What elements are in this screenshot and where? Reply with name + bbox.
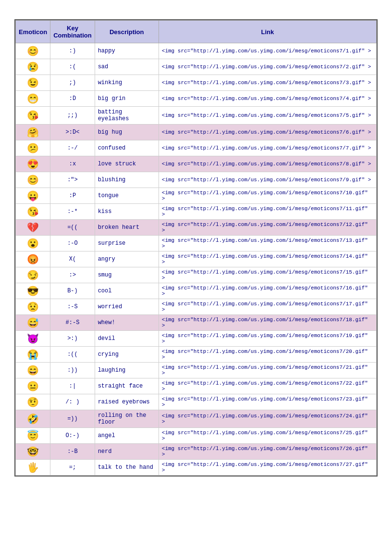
- emoticon-cell: 😊: [16, 172, 50, 188]
- key-combo-cell: :P: [50, 188, 95, 204]
- link-cell: <img src="http://l.yimg.com/us.yimg.com/…: [159, 43, 376, 59]
- link-cell: <img src="http://l.yimg.com/us.yimg.com/…: [159, 394, 376, 410]
- description-cell: talk to the hand: [95, 460, 159, 476]
- description-cell: laughing: [95, 363, 159, 378]
- emoticon-cell: 😘: [16, 107, 50, 125]
- table-row: 😮:-Osurprise<img src="http://l.yimg.com/…: [16, 236, 377, 251]
- table-row: 😇O:-)angel<img src="http://l.yimg.com/us…: [16, 428, 377, 444]
- table-row: 😊:)happy<img src="http://l.yimg.com/us.y…: [16, 43, 377, 59]
- header-link: Link: [159, 21, 376, 43]
- table-row: 😛:Ptongue<img src="http://l.yimg.com/us.…: [16, 188, 377, 204]
- description-cell: worried: [95, 299, 159, 315]
- key-combo-cell: :-*: [50, 204, 95, 220]
- description-cell: smug: [95, 267, 159, 283]
- description-cell: sad: [95, 59, 159, 75]
- link-cell: <img src="http://l.yimg.com/us.yimg.com/…: [159, 378, 376, 394]
- description-cell: nerd: [95, 444, 159, 460]
- emoticon-cell: 😛: [16, 188, 50, 204]
- table-row: 😏:>smug<img src="http://l.yimg.com/us.yi…: [16, 267, 377, 283]
- description-cell: blushing: [95, 172, 159, 188]
- key-combo-cell: B-): [50, 283, 95, 299]
- key-combo-cell: :((: [50, 347, 95, 363]
- emoticon-cell: 😈: [16, 331, 50, 347]
- description-cell: winking: [95, 75, 159, 91]
- key-combo-cell: =((: [50, 220, 95, 236]
- description-cell: love struck: [95, 156, 159, 172]
- link-cell: <img src="http://l.yimg.com/us.yimg.com/…: [159, 59, 376, 75]
- description-cell: broken heart: [95, 220, 159, 236]
- emoticon-cell: 😅: [16, 315, 50, 331]
- link-cell: <img src="http://l.yimg.com/us.yimg.com/…: [159, 283, 376, 299]
- table-row: 🖐=;talk to the hand<img src="http://l.yi…: [16, 460, 377, 476]
- description-cell: rolling on thefloor: [95, 410, 159, 428]
- description-cell: crying: [95, 347, 159, 363]
- emoticon-cell: 😡: [16, 251, 50, 267]
- link-cell: <img src="http://l.yimg.com/us.yimg.com/…: [159, 331, 376, 347]
- table-row: 😭:((crying<img src="http://l.yimg.com/us…: [16, 347, 377, 363]
- link-cell: <img src="http://l.yimg.com/us.yimg.com/…: [159, 91, 376, 107]
- key-combo-cell: :(: [50, 59, 95, 75]
- table-row: 😅#:-Swhew!<img src="http://l.yimg.com/us…: [16, 315, 377, 331]
- emoticon-cell: 🖐: [16, 460, 50, 476]
- emoticon-cell: 😭: [16, 347, 50, 363]
- link-cell: <img src="http://l.yimg.com/us.yimg.com/…: [159, 347, 376, 363]
- emoticon-cell: 🤣: [16, 410, 50, 428]
- header-key: KeyCombination: [50, 21, 95, 43]
- table-row: 😈>:)devil<img src="http://l.yimg.com/us.…: [16, 331, 377, 347]
- link-cell: <img src="http://l.yimg.com/us.yimg.com/…: [159, 299, 376, 315]
- key-combo-cell: :x: [50, 156, 95, 172]
- header-description: Description: [95, 21, 159, 43]
- description-cell: cool: [95, 283, 159, 299]
- table-row: 🤨/: )raised eyebrows<img src="http://l.y…: [16, 394, 377, 410]
- key-combo-cell: =)): [50, 410, 95, 428]
- key-combo-cell: >:): [50, 331, 95, 347]
- table-row: 😍:xlove struck<img src="http://l.yimg.co…: [16, 156, 377, 172]
- key-combo-cell: =;: [50, 460, 95, 476]
- table-row: 😉;)winking<img src="http://l.yimg.com/us…: [16, 75, 377, 91]
- table-row: 🤗>:D<big hug<img src="http://l.yimg.com/…: [16, 125, 377, 140]
- table-row: 😐:|straight face<img src="http://l.yimg.…: [16, 378, 377, 394]
- link-cell: <img src="http://l.yimg.com/us.yimg.com/…: [159, 363, 376, 378]
- emoticon-cell: 😐: [16, 378, 50, 394]
- emoticon-cell: 😢: [16, 59, 50, 75]
- key-combo-cell: :): [50, 43, 95, 59]
- key-combo-cell: :-B: [50, 444, 95, 460]
- description-cell: big hug: [95, 125, 159, 140]
- table-row: 😡X(angry<img src="http://l.yimg.com/us.y…: [16, 251, 377, 267]
- key-combo-cell: O:-): [50, 428, 95, 444]
- key-combo-cell: /: ): [50, 394, 95, 410]
- description-cell: devil: [95, 331, 159, 347]
- emoticon-cell: 😍: [16, 156, 50, 172]
- description-cell: straight face: [95, 378, 159, 394]
- table-row: 😁:Dbig grin<img src="http://l.yimg.com/u…: [16, 91, 377, 107]
- table-row: 😊:">blushing<img src="http://l.yimg.com/…: [16, 172, 377, 188]
- table-row: 😟:-Sworried<img src="http://l.yimg.com/u…: [16, 299, 377, 315]
- table-row: 😢:(sad<img src="http://l.yimg.com/us.yim…: [16, 59, 377, 75]
- table-row: 🤣=))rolling on thefloor<img src="http://…: [16, 410, 377, 428]
- key-combo-cell: :)): [50, 363, 95, 378]
- emoticon-cell: 🤓: [16, 444, 50, 460]
- emoticon-cell: 😎: [16, 283, 50, 299]
- table-row: 😄:))laughing<img src="http://l.yimg.com/…: [16, 363, 377, 378]
- link-cell: <img src="http://l.yimg.com/us.yimg.com/…: [159, 444, 376, 460]
- emoticon-cell: 😁: [16, 91, 50, 107]
- link-cell: <img src="http://l.yimg.com/us.yimg.com/…: [159, 236, 376, 251]
- key-combo-cell: :D: [50, 91, 95, 107]
- link-cell: <img src="http://l.yimg.com/us.yimg.com/…: [159, 75, 376, 91]
- table-header-row: Emoticon KeyCombination Description Link: [16, 21, 377, 43]
- emoticon-cell: 😟: [16, 299, 50, 315]
- emoticon-cell: 😄: [16, 363, 50, 378]
- link-cell: <img src="http://l.yimg.com/us.yimg.com/…: [159, 251, 376, 267]
- description-cell: angry: [95, 251, 159, 267]
- key-combo-cell: ;): [50, 75, 95, 91]
- table-row: 🤓:-Bnerd<img src="http://l.yimg.com/us.y…: [16, 444, 377, 460]
- link-cell: <img src="http://l.yimg.com/us.yimg.com/…: [159, 140, 376, 156]
- description-cell: happy: [95, 43, 159, 59]
- link-cell: <img src="http://l.yimg.com/us.yimg.com/…: [159, 220, 376, 236]
- description-cell: big grin: [95, 91, 159, 107]
- link-cell: <img src="http://l.yimg.com/us.yimg.com/…: [159, 315, 376, 331]
- key-combo-cell: :|: [50, 378, 95, 394]
- link-cell: <img src="http://l.yimg.com/us.yimg.com/…: [159, 204, 376, 220]
- link-cell: <img src="http://l.yimg.com/us.yimg.com/…: [159, 107, 376, 125]
- link-cell: <img src="http://l.yimg.com/us.yimg.com/…: [159, 267, 376, 283]
